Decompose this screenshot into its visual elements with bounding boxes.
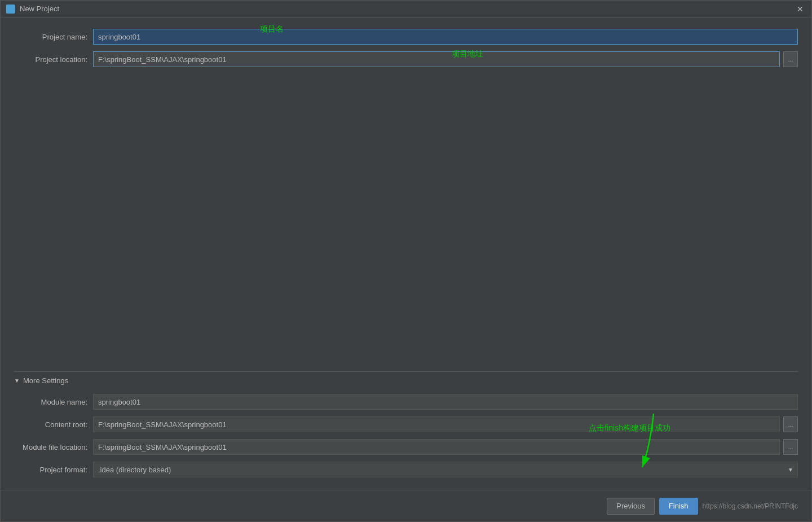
- more-settings-header[interactable]: ▼ More Settings: [14, 371, 798, 389]
- project-location-input[interactable]: [93, 51, 780, 67]
- module-name-input[interactable]: [93, 394, 798, 410]
- content-spacer: [14, 74, 798, 371]
- module-name-input-wrapper: [93, 394, 798, 410]
- project-location-input-wrapper: ...: [93, 51, 798, 67]
- project-format-select-wrapper: .idea (directory based) ▼: [93, 462, 798, 477]
- module-name-label: Module name:: [14, 398, 93, 406]
- project-name-input-wrapper: [93, 29, 798, 45]
- close-button[interactable]: ✕: [795, 3, 806, 15]
- watermark-text: https://blog.csdn.net/PRINTFdjc: [703, 502, 798, 510]
- project-location-label: Project location:: [14, 55, 93, 64]
- previous-button[interactable]: Previous: [607, 498, 655, 515]
- content-root-input-wrapper: ...: [93, 416, 798, 432]
- more-settings-section: ▼ More Settings Module name: Content roo…: [14, 371, 798, 484]
- project-location-row: Project location: ...: [14, 51, 798, 67]
- browse-button[interactable]: ...: [783, 51, 798, 67]
- title-bar-left: New Project: [6, 5, 59, 14]
- project-format-select[interactable]: .idea (directory based): [93, 462, 798, 477]
- app-icon: [6, 5, 15, 14]
- more-settings-label: More Settings: [23, 376, 68, 385]
- module-file-location-input[interactable]: [93, 439, 780, 455]
- title-bar: New Project ✕: [1, 1, 811, 17]
- module-file-location-browse-button[interactable]: ...: [783, 439, 798, 455]
- new-project-dialog: New Project ✕ Project name: 项目名 Project …: [0, 0, 812, 522]
- module-file-location-row: Module file location: ...: [14, 439, 798, 455]
- project-name-row: Project name:: [14, 29, 798, 45]
- content-root-label: Content root:: [14, 420, 93, 429]
- module-name-row: Module name:: [14, 394, 798, 410]
- finish-button[interactable]: Finish: [659, 498, 698, 515]
- module-file-location-label: Module file location:: [14, 443, 93, 451]
- more-settings-form: Module name: Content root: ... Module fi…: [14, 394, 798, 477]
- content-root-input[interactable]: [93, 416, 780, 432]
- project-format-select-container: .idea (directory based) ▼: [93, 462, 798, 477]
- module-file-location-input-wrapper: ...: [93, 439, 798, 455]
- project-format-label: Project format:: [14, 466, 93, 474]
- project-name-input[interactable]: [93, 29, 798, 45]
- project-name-label: Project name:: [14, 33, 93, 41]
- project-format-row: Project format: .idea (directory based) …: [14, 462, 798, 477]
- footer: Previous Finish https://blog.csdn.net/PR…: [1, 490, 811, 521]
- dialog-title: New Project: [20, 5, 59, 13]
- collapse-icon: ▼: [14, 378, 20, 384]
- content-root-browse-button[interactable]: ...: [783, 416, 798, 432]
- content-area: Project name: 项目名 Project location: ... …: [1, 17, 811, 490]
- content-root-row: Content root: ...: [14, 416, 798, 432]
